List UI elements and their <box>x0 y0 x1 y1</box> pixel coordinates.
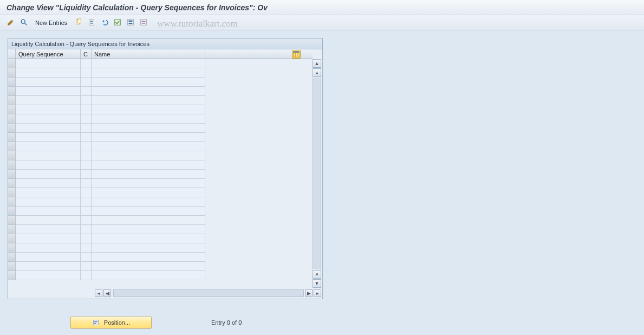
cell-c[interactable] <box>81 105 92 114</box>
cell-query-sequence[interactable] <box>16 170 81 179</box>
table-row[interactable] <box>8 133 313 142</box>
table-row[interactable] <box>8 170 313 179</box>
table-row[interactable] <box>8 188 313 197</box>
row-selector[interactable] <box>8 160 16 170</box>
cell-name[interactable] <box>92 68 205 78</box>
cell-query-sequence[interactable] <box>16 59 81 68</box>
cell-name[interactable] <box>92 78 205 87</box>
cell-c[interactable] <box>81 271 92 280</box>
cell-name[interactable] <box>92 133 205 142</box>
scroll-up-step-button[interactable]: ▴ <box>313 68 321 77</box>
row-selector[interactable] <box>8 96 16 105</box>
cell-query-sequence[interactable] <box>16 234 81 243</box>
table-row[interactable] <box>8 160 313 170</box>
cell-c[interactable] <box>81 262 92 271</box>
cell-query-sequence[interactable] <box>16 114 81 124</box>
cell-query-sequence[interactable] <box>16 253 81 262</box>
cell-name[interactable] <box>92 207 205 216</box>
row-selector[interactable] <box>8 271 16 280</box>
cell-c[interactable] <box>81 179 92 188</box>
column-header-query-sequence[interactable]: Query Sequence <box>16 49 81 59</box>
cell-c[interactable] <box>81 243 92 253</box>
row-selector[interactable] <box>8 243 16 253</box>
cell-query-sequence[interactable] <box>16 188 81 197</box>
row-selector[interactable] <box>8 142 16 151</box>
row-selector-header[interactable] <box>8 49 16 59</box>
column-header-name[interactable]: Name <box>92 49 205 59</box>
cell-name[interactable] <box>92 262 205 271</box>
cell-query-sequence[interactable] <box>16 179 81 188</box>
cell-name[interactable] <box>92 59 205 68</box>
vertical-scrollbar[interactable]: ▲ ▴ ▾ ▼ <box>313 59 321 288</box>
cell-name[interactable] <box>92 188 205 197</box>
table-row[interactable] <box>8 271 313 280</box>
cell-query-sequence[interactable] <box>16 124 81 133</box>
cell-name[interactable] <box>92 151 205 160</box>
cell-name[interactable] <box>92 216 205 225</box>
deselect-all-button[interactable] <box>138 17 149 28</box>
cell-name[interactable] <box>92 87 205 96</box>
horizontal-scrollbar[interactable]: ◂ ◀ ▶ ▸ <box>8 289 322 298</box>
cell-query-sequence[interactable] <box>16 151 81 160</box>
row-selector[interactable] <box>8 133 16 142</box>
cell-name[interactable] <box>92 142 205 151</box>
cell-name[interactable] <box>92 160 205 170</box>
cell-query-sequence[interactable] <box>16 160 81 170</box>
scroll-left-button[interactable]: ◂ <box>95 289 102 297</box>
cell-name[interactable] <box>92 170 205 179</box>
cell-query-sequence[interactable] <box>16 105 81 114</box>
row-selector[interactable] <box>8 78 16 87</box>
cell-c[interactable] <box>81 96 92 105</box>
table-row[interactable] <box>8 59 313 68</box>
delete-button[interactable] <box>86 17 97 28</box>
scroll-left-step-button[interactable]: ◀ <box>103 289 111 297</box>
cell-c[interactable] <box>81 114 92 124</box>
select-all-button[interactable] <box>112 17 123 28</box>
details-button[interactable] <box>18 17 29 28</box>
cell-c[interactable] <box>81 188 92 197</box>
cell-name[interactable] <box>92 234 205 243</box>
cell-name[interactable] <box>92 253 205 262</box>
cell-query-sequence[interactable] <box>16 207 81 216</box>
cell-query-sequence[interactable] <box>16 133 81 142</box>
row-selector[interactable] <box>8 188 16 197</box>
cell-name[interactable] <box>92 105 205 114</box>
scroll-track-vertical[interactable] <box>313 78 321 269</box>
copy-as-button[interactable] <box>73 17 84 28</box>
cell-query-sequence[interactable] <box>16 142 81 151</box>
cell-query-sequence[interactable] <box>16 271 81 280</box>
cell-c[interactable] <box>81 216 92 225</box>
table-row[interactable] <box>8 142 313 151</box>
cell-c[interactable] <box>81 170 92 179</box>
scroll-track-horizontal[interactable] <box>113 289 304 297</box>
cell-c[interactable] <box>81 253 92 262</box>
scroll-up-button[interactable]: ▲ <box>313 59 321 68</box>
cell-name[interactable] <box>92 197 205 207</box>
row-selector[interactable] <box>8 59 16 68</box>
cell-query-sequence[interactable] <box>16 68 81 78</box>
row-selector[interactable] <box>8 114 16 124</box>
table-row[interactable] <box>8 124 313 133</box>
row-selector[interactable] <box>8 68 16 78</box>
new-entries-button[interactable]: New Entries <box>31 17 71 28</box>
row-selector[interactable] <box>8 87 16 96</box>
cell-c[interactable] <box>81 142 92 151</box>
cell-query-sequence[interactable] <box>16 78 81 87</box>
cell-name[interactable] <box>92 179 205 188</box>
cell-c[interactable] <box>81 124 92 133</box>
cell-query-sequence[interactable] <box>16 87 81 96</box>
cell-c[interactable] <box>81 133 92 142</box>
cell-name[interactable] <box>92 271 205 280</box>
cell-name[interactable] <box>92 114 205 124</box>
cell-query-sequence[interactable] <box>16 225 81 234</box>
table-row[interactable] <box>8 96 313 105</box>
cell-c[interactable] <box>81 225 92 234</box>
table-row[interactable] <box>8 151 313 160</box>
cell-c[interactable] <box>81 207 92 216</box>
cell-c[interactable] <box>81 197 92 207</box>
row-selector[interactable] <box>8 207 16 216</box>
cell-name[interactable] <box>92 96 205 105</box>
row-selector[interactable] <box>8 234 16 243</box>
cell-c[interactable] <box>81 87 92 96</box>
cell-c[interactable] <box>81 151 92 160</box>
